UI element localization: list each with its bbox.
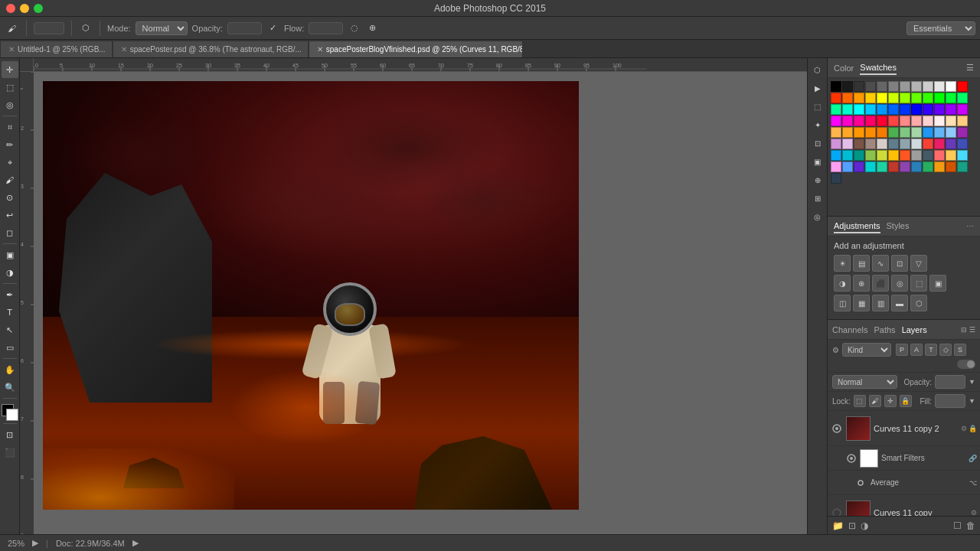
panel-icon-8[interactable]: ⊞: [809, 190, 826, 207]
layer-mode-select[interactable]: Normal Multiply Screen Overlay: [832, 375, 897, 389]
swatch-5f27cd[interactable]: [854, 161, 864, 172]
swatch-0066ff[interactable]: [888, 104, 899, 115]
swatch-ffeeee[interactable]: [934, 116, 945, 126]
swatch-ffb74d[interactable]: [831, 127, 841, 138]
panel-icon-3[interactable]: ⬚: [809, 98, 826, 115]
lock-all-btn[interactable]: 🔒: [900, 395, 912, 407]
swatch-ff9900[interactable]: [854, 93, 864, 103]
swatch-8e44ad[interactable]: [900, 161, 910, 172]
document-tab-1[interactable]: ✕ Untitled-1 @ 25% (RGB...: [0, 41, 113, 57]
document-tab-3[interactable]: ✕ spacePosterBlogVfinished.psd @ 25% (Cu…: [309, 41, 523, 57]
swatch-cccccc[interactable]: [923, 81, 933, 92]
filter-kind-select[interactable]: Kind Name Effect Mode Attribute Color: [842, 343, 891, 357]
swatch-00d2d3[interactable]: [865, 161, 876, 172]
swatch-27ae60[interactable]: [923, 161, 933, 172]
adj-menu-icon[interactable]: ⋯: [966, 222, 974, 230]
channels-tab[interactable]: Channels: [832, 324, 867, 336]
fill-input[interactable]: 100%: [935, 394, 965, 408]
lock-transparent-btn[interactable]: ⬚: [854, 395, 866, 407]
add-layer-mask-icon[interactable]: ⊡: [848, 520, 856, 531]
swatch-ff6b6b[interactable]: [934, 150, 945, 161]
document-tab-2[interactable]: ✕ spacePoster.psd @ 36.8% (The astronaut…: [113, 41, 309, 57]
delete-layer-icon[interactable]: 🗑: [966, 520, 975, 531]
swatch-e1bee7[interactable]: [842, 139, 853, 149]
filter-options-icon-1[interactable]: ⌥: [969, 479, 977, 487]
swatch-ffe0b2[interactable]: [946, 116, 956, 126]
flow-input[interactable]: 100%: [309, 22, 343, 34]
bw-btn[interactable]: ⬛: [872, 275, 889, 292]
swatch-ffcc80[interactable]: [957, 116, 968, 126]
swatch-f44336[interactable]: [923, 139, 933, 149]
swatch-99ff00[interactable]: [900, 93, 910, 103]
new-group-icon[interactable]: 📁: [832, 520, 844, 531]
swatch-455a64[interactable]: [923, 150, 933, 161]
swatch-16a085[interactable]: [957, 161, 968, 172]
swatch-795548[interactable]: [854, 139, 864, 149]
filter-shape-icon[interactable]: ◇: [939, 344, 952, 356]
swatch-ffa726[interactable]: [842, 127, 853, 138]
tab-close-2[interactable]: ✕: [121, 45, 127, 54]
panel-icon-7[interactable]: ⊕: [809, 171, 826, 188]
clone-tool[interactable]: ⊙: [2, 189, 18, 206]
swatch-e91e63[interactable]: [934, 139, 945, 149]
panel-icon-6[interactable]: ▣: [809, 153, 826, 170]
swatch-ff9ff3[interactable]: [831, 161, 841, 172]
status-arrow-icon[interactable]: ▶: [132, 538, 139, 548]
panel-icon-1[interactable]: ⬡: [809, 61, 826, 78]
swatch-999999[interactable]: [900, 81, 910, 92]
sub-layer-average-1[interactable]: Average ⌥: [828, 471, 980, 495]
swatch-48dbfb[interactable]: [957, 150, 968, 161]
swatch-ffff00[interactable]: [877, 93, 887, 103]
hue-sat-btn[interactable]: ◑: [834, 275, 851, 292]
swatch-0099ff[interactable]: [877, 104, 887, 115]
swatch-ff5722[interactable]: [900, 150, 910, 161]
exposure-btn[interactable]: ⊡: [891, 255, 908, 272]
layers-collapse-icon[interactable]: ⊟: [961, 326, 967, 334]
swatch-8bc34a[interactable]: [865, 150, 876, 161]
sub-layer-smartfilters-1[interactable]: Smart Filters 🔗: [828, 446, 980, 471]
opacity-chevron[interactable]: ▼: [969, 378, 975, 386]
swatch-4caf50[interactable]: [888, 127, 899, 138]
brush-size-input[interactable]: 584: [34, 22, 64, 34]
swatch-f57c00[interactable]: [877, 127, 887, 138]
panel-icon-9[interactable]: ◎: [809, 208, 826, 225]
canvas-area[interactable]: 0 5 10 15 20 25 30 35 40: [20, 58, 807, 534]
swatch-66ff00[interactable]: [911, 93, 922, 103]
swatch-666666[interactable]: [877, 81, 887, 92]
fill-chevron[interactable]: ▼: [969, 397, 975, 405]
layer-visibility-curves11copy2[interactable]: [831, 422, 843, 435]
swatch-1a1a1a[interactable]: [842, 81, 853, 92]
swatch-cddc39[interactable]: [877, 150, 887, 161]
airbrush-icon[interactable]: ◌: [348, 21, 361, 34]
swatch-3f51b5[interactable]: [957, 139, 968, 149]
eraser-tool[interactable]: ◻: [2, 224, 18, 241]
swatch-2196f3[interactable]: [923, 127, 933, 138]
crop-tool[interactable]: ⌗: [2, 119, 18, 135]
swatch-ff0066[interactable]: [865, 116, 876, 126]
brightness-contrast-btn[interactable]: ☀: [834, 255, 851, 272]
swatch-ff9800[interactable]: [854, 127, 864, 138]
layer-options-icon[interactable]: ⚙: [961, 425, 967, 432]
swatch-d35400[interactable]: [946, 161, 956, 172]
swatch-ff00cc[interactable]: [842, 116, 853, 126]
dodge-tool[interactable]: ◑: [2, 264, 18, 281]
swatch-ff8888[interactable]: [900, 116, 910, 126]
swatch-2c3e50[interactable]: [831, 173, 841, 184]
swatch-00ccff[interactable]: [865, 104, 876, 115]
zoom-options-icon[interactable]: ▶: [32, 538, 38, 548]
swatch-ff0033[interactable]: [877, 116, 887, 126]
brush-options-icon[interactable]: ⬡: [79, 21, 93, 34]
opacity-input[interactable]: 30%: [227, 22, 262, 34]
tab-close-1[interactable]: ✕: [8, 45, 15, 54]
swatch-0033ff[interactable]: [900, 104, 910, 115]
swatch-e6e6e6[interactable]: [934, 81, 945, 92]
swatch-6600ff[interactable]: [934, 104, 945, 115]
swatch-ffffff[interactable]: [946, 81, 956, 92]
opacity-row-input[interactable]: 100%: [935, 375, 965, 389]
swatch-009688[interactable]: [854, 150, 864, 161]
lasso-tool[interactable]: ◎: [2, 96, 18, 113]
create-new-layer-icon[interactable]: ☐: [953, 520, 962, 531]
swatch-ffd0d0[interactable]: [923, 116, 933, 126]
swatch-64b5f6[interactable]: [934, 127, 945, 138]
swatch-ff4444[interactable]: [888, 116, 899, 126]
